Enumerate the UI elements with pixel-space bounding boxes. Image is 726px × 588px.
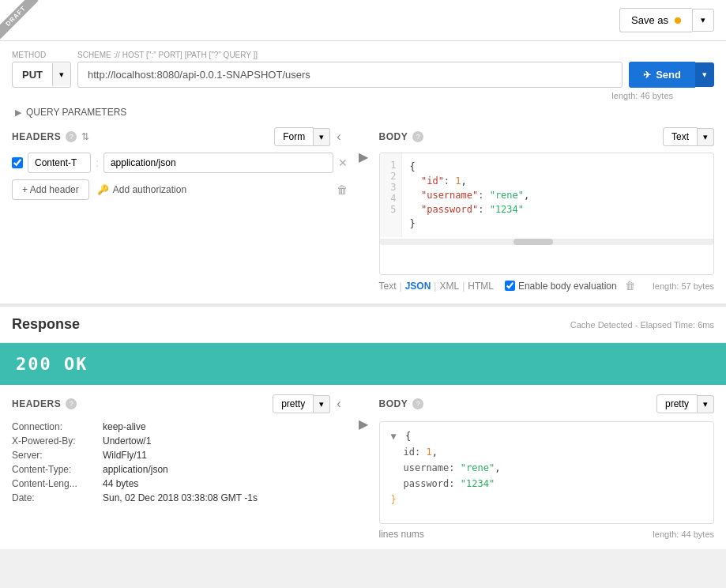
- delete-headers-button[interactable]: 🗑: [337, 183, 348, 196]
- body-editor: 12345 { "id": 1, "username": "rene", "pa…: [379, 153, 715, 275]
- resp-header-connection: Connection: keep-alive: [12, 421, 348, 432]
- text-dropdown-button[interactable]: ▾: [698, 128, 714, 146]
- headers-sort-icon[interactable]: ⇅: [81, 131, 89, 142]
- header-delete-icon[interactable]: ✕: [338, 156, 348, 169]
- send-button[interactable]: ✈ Send: [629, 62, 695, 88]
- headers-panel-header-right: Form ▾ ‹: [274, 127, 347, 146]
- response-panels: HEADERS ? pretty ▾ ‹ Connection: keep-al…: [0, 385, 726, 549]
- body-tab-sep-3: |: [462, 281, 465, 292]
- send-group: ✈ Send ▾: [629, 62, 714, 88]
- resp-toggle-icon[interactable]: ▼: [391, 431, 397, 442]
- code-line-4: "password": "1234": [410, 202, 706, 217]
- add-header-button[interactable]: + Add header: [12, 179, 89, 200]
- save-as-dropdown-button[interactable]: ▾: [692, 9, 714, 32]
- header-value-input[interactable]: [103, 153, 333, 173]
- url-input[interactable]: [77, 62, 623, 88]
- body-tab-json[interactable]: JSON: [405, 281, 431, 292]
- save-as-dot: [675, 17, 681, 24]
- header-name-input[interactable]: [28, 153, 91, 173]
- header-checkbox[interactable]: [12, 157, 23, 168]
- query-params-label: QUERY PARAMETERS: [26, 107, 126, 118]
- method-label: METHOD: [12, 51, 71, 59]
- expand-panel-icon[interactable]: ▶: [355, 149, 371, 164]
- body-eval-checkbox[interactable]: [505, 281, 515, 291]
- body-length: length: 57 bytes: [653, 281, 714, 291]
- response-header-bar: Response Cache Detected - Elapsed Time: …: [0, 307, 726, 343]
- code-lines: 12345 { "id": 1, "username": "rene", "pa…: [380, 153, 714, 237]
- add-auth-button[interactable]: 🔑 Add authorization: [97, 184, 186, 195]
- headers-help-icon[interactable]: ?: [66, 131, 77, 142]
- body-scrollbar[interactable]: [380, 239, 714, 245]
- query-params-toggle[interactable]: ▶ QUERY PARAMETERS: [12, 107, 714, 118]
- resp-headers-title: HEADERS: [12, 398, 61, 409]
- body-help-icon[interactable]: ?: [412, 131, 423, 142]
- resp-body-line-3: username: "rene",: [391, 460, 703, 476]
- status-bar: 200 OK: [0, 343, 726, 385]
- resp-expand-icon[interactable]: ▶: [355, 416, 371, 432]
- key-icon: 🔑: [97, 184, 109, 195]
- resp-header-content-len: Content-Leng... 44 bytes: [12, 478, 348, 489]
- headers-panel: HEADERS ? ⇅ Form ▾ ‹ : ✕ + Add header: [12, 127, 355, 200]
- code-content[interactable]: { "id": 1, "username": "rene", "password…: [402, 153, 714, 237]
- url-input-wrap: SCHEME :// HOST [":" PORT] [PATH ["?" QU…: [77, 51, 623, 88]
- code-line-3: "username": "rene",: [410, 188, 706, 202]
- body-tab-sep-2: |: [434, 281, 436, 292]
- resp-header-xpowered: X-Powered-By: Undertow/1: [12, 435, 348, 447]
- resp-headers-right: pretty ▾ ‹: [273, 394, 347, 413]
- resp-hval-server: WildFly/11: [103, 450, 147, 461]
- resp-hkey-connection: Connection:: [12, 421, 103, 432]
- resp-body-editor: ▼ { id: 1, username: "rene", password: "…: [379, 421, 715, 524]
- code-line-2: "id": 1,: [410, 174, 706, 188]
- resp-body-pretty-button[interactable]: pretty: [656, 394, 698, 413]
- resp-body-dropdown[interactable]: ▾: [698, 395, 714, 413]
- body-tab-sep-1: |: [400, 281, 402, 292]
- form-dropdown-button[interactable]: ▾: [314, 128, 330, 146]
- body-eval-label: Enable body evaluation: [518, 281, 617, 292]
- url-row: METHOD PUT ▾ SCHEME :// HOST [":" PORT] …: [12, 51, 714, 88]
- resp-hkey-xpowered: X-Powered-By:: [12, 435, 103, 447]
- body-tab-xml[interactable]: XML: [439, 281, 459, 292]
- body-panel: BODY ? Text ▾ 12345 { "id": 1, "userna: [371, 127, 715, 292]
- resp-collapse-icon[interactable]: ‹: [330, 397, 347, 411]
- trash-icon[interactable]: 🗑: [625, 280, 635, 292]
- method-group: METHOD PUT ▾: [12, 51, 71, 88]
- resp-hkey-server: Server:: [12, 450, 103, 461]
- resp-pretty-button[interactable]: pretty: [273, 394, 314, 413]
- add-auth-label: Add authorization: [113, 184, 186, 195]
- resp-headers-panel-header: HEADERS ? pretty ▾ ‹: [12, 394, 348, 413]
- response-title: Response: [12, 316, 80, 333]
- query-params-arrow-icon: ▶: [15, 107, 21, 118]
- resp-hval-ctype: application/json: [103, 464, 168, 475]
- code-line-1: {: [410, 160, 706, 174]
- resp-lines-nums-label[interactable]: lines nums: [379, 529, 424, 540]
- resp-headers-help-icon[interactable]: ?: [66, 398, 77, 409]
- cache-info: Cache Detected - Elapsed Time: 6ms: [570, 320, 714, 330]
- method-value: PUT: [13, 62, 52, 87]
- url-length: length: 46 bytes: [12, 91, 673, 100]
- resp-body-title: BODY: [379, 398, 408, 409]
- body-tab-html[interactable]: HTML: [468, 281, 494, 292]
- resp-body-panel-header: BODY ? pretty ▾: [379, 394, 715, 413]
- body-tab-text[interactable]: Text: [379, 281, 397, 292]
- resp-body-help-icon[interactable]: ?: [412, 398, 423, 409]
- save-as-group: Save as ▾: [619, 8, 714, 32]
- send-icon: ✈: [643, 70, 651, 81]
- resp-header-content-type: Content-Type: application/json: [12, 464, 348, 475]
- text-select-button[interactable]: Text: [663, 127, 698, 146]
- form-select-button[interactable]: Form: [274, 127, 314, 146]
- send-label: Send: [656, 69, 681, 81]
- body-eval-group: Enable body evaluation: [505, 281, 617, 292]
- resp-pretty-dropdown[interactable]: ▾: [314, 395, 330, 413]
- resp-header-server: Server: WildFly/11: [12, 450, 348, 461]
- save-as-button[interactable]: Save as: [619, 8, 692, 32]
- resp-body-line-1: ▼ {: [391, 428, 703, 444]
- headers-panel-header: HEADERS ? ⇅ Form ▾ ‹: [12, 127, 348, 146]
- top-bar: Save as ▾: [0, 0, 726, 41]
- url-scheme-label: SCHEME :// HOST [":" PORT] [PATH ["?" QU…: [77, 51, 623, 59]
- collapse-arrow-icon[interactable]: ‹: [330, 130, 347, 144]
- resp-headers-table: Connection: keep-alive X-Powered-By: Und…: [12, 421, 348, 503]
- send-dropdown-button[interactable]: ▾: [695, 62, 714, 87]
- save-as-label: Save as: [631, 14, 668, 26]
- method-dropdown-button[interactable]: ▾: [52, 63, 70, 86]
- status-code: 200 OK: [16, 354, 88, 374]
